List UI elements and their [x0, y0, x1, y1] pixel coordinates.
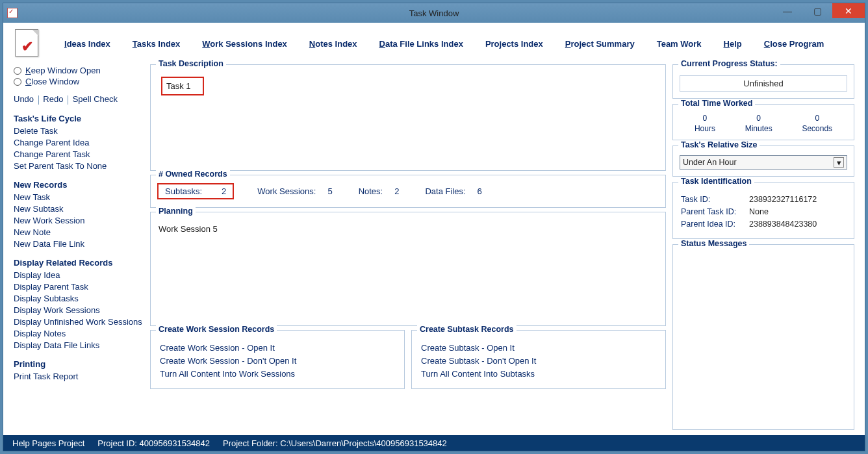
display-parent-task-link[interactable]: Display Parent Task [14, 282, 144, 292]
new-subtask-link[interactable]: New Subtask [14, 204, 144, 214]
ws-value: 5 [327, 186, 332, 196]
close-button[interactable]: ✕ [832, 3, 865, 18]
create-ws-open-link[interactable]: Create Work Session - Open It [160, 343, 395, 353]
data-files-count: Data Files: 6 [425, 186, 481, 196]
nav-data-file-links-index[interactable]: Data File Links Index [379, 39, 463, 49]
app-icon [7, 8, 18, 18]
new-data-file-link[interactable]: New Data File Link [14, 239, 144, 249]
create-subtask-legend: Create Subtask Records [417, 325, 517, 334]
print-task-report-link[interactable]: Print Task Report [14, 372, 144, 381]
nav-close-program[interactable]: Close Program [764, 39, 824, 49]
new-work-session-link[interactable]: New Work Session [14, 216, 144, 225]
display-data-file-links-link[interactable]: Display Data File Links [14, 340, 144, 350]
subtasks-count[interactable]: Subtasks: 2 [157, 183, 234, 199]
task-identification-group: Task Identification Task ID:238932327116… [672, 182, 854, 239]
nav-help[interactable]: Help [724, 39, 742, 49]
parent-task-id-value: None [749, 207, 769, 216]
seconds-value: 0 [802, 114, 832, 123]
new-task-link[interactable]: New Task [14, 192, 144, 202]
planning-group: Planning Work Session 5 [150, 212, 666, 326]
task-id-label: Task ID: [681, 195, 743, 204]
window-frame: Task Window — ▢ ✕ ✔ Ideas Index Tasks In… [3, 3, 865, 451]
divider-icon [38, 95, 39, 105]
nav-ideas-index[interactable]: Ideas Index [64, 39, 110, 49]
create-work-session-group: Create Work Session Records Create Work … [150, 330, 405, 389]
title-bar[interactable]: Task Window — ▢ ✕ [3, 3, 865, 23]
minutes-value: 0 [745, 114, 772, 123]
radio-icon [14, 67, 21, 75]
progress-status-legend: Current Progress Status: [678, 59, 780, 68]
display-unfinished-ws-link[interactable]: Display Unfinished Work Sessions [14, 317, 144, 327]
display-notes-link[interactable]: Display Notes [14, 329, 144, 338]
create-ws-legend: Create Work Session Records [156, 325, 277, 334]
content-area: ✔ Ideas Index Tasks Index Work Sessions … [3, 23, 865, 435]
nav-project-summary[interactable]: Project Summary [565, 39, 635, 49]
create-ws-noop-link[interactable]: Create Work Session - Don't Open It [160, 356, 395, 366]
planning-legend: Planning [156, 207, 196, 216]
create-subtask-noop-link[interactable]: Create Subtask - Don't Open It [421, 356, 656, 366]
subtasks-label: Subtasks: [165, 186, 202, 196]
parent-idea-id-value: 238893848423380 [749, 220, 817, 229]
parent-idea-id-label: Parent Idea ID: [681, 220, 743, 229]
delete-task-link[interactable]: Delete Task [14, 126, 144, 136]
create-subtask-open-link[interactable]: Create Subtask - Open It [421, 343, 656, 353]
radio-icon [14, 78, 21, 86]
display-idea-link[interactable]: Display Idea [14, 270, 144, 280]
display-work-sessions-link[interactable]: Display Work Sessions [14, 305, 144, 315]
task-description-field[interactable]: Task 1 [161, 77, 204, 95]
hours-value: 0 [695, 114, 715, 123]
center-panel: Task Description Task 1 # Owned Records … [150, 64, 666, 430]
status-messages-legend: Status Messages [678, 239, 749, 248]
planning-field[interactable]: Work Session 5 [157, 221, 659, 236]
top-navigation: ✔ Ideas Index Tasks Index Work Sessions … [3, 23, 865, 64]
minimize-button[interactable]: — [772, 3, 802, 18]
relative-size-select[interactable]: Under An Hour ▾ [680, 155, 847, 170]
hours-label: Hours [695, 124, 715, 133]
turn-into-subtasks-link[interactable]: Turn All Content Into Subtasks [421, 369, 656, 379]
undo-link[interactable]: Undo [14, 94, 34, 104]
owned-records-legend: # Owned Records [156, 170, 230, 179]
nav-notes-index[interactable]: Notes Index [309, 39, 357, 49]
life-cycle-heading: Task's Life Cycle [14, 114, 144, 123]
relative-size-value: Under An Hour [683, 158, 737, 167]
left-panel: Keep Window Open Close Window Undo Redo … [14, 64, 144, 430]
nav-team-work[interactable]: Team Work [657, 39, 702, 49]
minutes-label: Minutes [745, 124, 772, 133]
seconds-label: Seconds [802, 124, 832, 133]
task-id-value: 238932327116172 [749, 195, 817, 204]
subtasks-value: 2 [222, 186, 226, 196]
create-subtask-group: Create Subtask Records Create Subtask - … [411, 330, 666, 389]
spell-check-link[interactable]: Spell Check [73, 94, 118, 104]
change-parent-task-link[interactable]: Change Parent Task [14, 149, 144, 159]
task-description-legend: Task Description [156, 59, 226, 68]
new-note-link[interactable]: New Note [14, 227, 144, 237]
change-parent-idea-link[interactable]: Change Parent Idea [14, 138, 144, 147]
set-parent-none-link[interactable]: Set Parent Task To None [14, 161, 144, 171]
display-subtasks-link[interactable]: Display Subtasks [14, 294, 144, 303]
nav-work-sessions-index[interactable]: Work Sessions Index [202, 39, 287, 49]
nav-projects-index[interactable]: Projects Index [485, 39, 543, 49]
status-help-project[interactable]: Help Pages Project [12, 438, 84, 448]
chevron-down-icon: ▾ [834, 157, 844, 168]
maximize-button[interactable]: ▢ [802, 3, 832, 18]
close-window-radio[interactable]: Close Window [14, 77, 144, 86]
keep-window-open-radio[interactable]: Keep Window Open [14, 66, 144, 75]
turn-into-ws-link[interactable]: Turn All Content Into Work Sessions [160, 369, 395, 379]
right-panel: Current Progress Status: Unfinished Tota… [672, 64, 854, 430]
task-ident-legend: Task Identification [678, 177, 754, 186]
nav-tasks-index[interactable]: Tasks Index [133, 39, 180, 49]
divider-icon [68, 95, 68, 105]
new-records-heading: New Records [14, 180, 144, 190]
app-logo-icon: ✔ [15, 29, 41, 58]
status-project-folder: Project Folder: C:\Users\Darren\Projects… [223, 438, 447, 448]
display-related-heading: Display Related Records [14, 258, 144, 268]
owned-records-group: # Owned Records Subtasks: 2 Work Session… [150, 175, 666, 208]
status-bar: Help Pages Project Project ID: 400956931… [3, 435, 865, 451]
relative-size-group: Task's Relative Size Under An Hour ▾ [672, 145, 854, 177]
redo-link[interactable]: Redo [43, 94, 63, 104]
time-worked-legend: Total Time Worked [678, 99, 755, 108]
window-title: Task Window [3, 8, 865, 18]
status-project-id: Project ID: 400956931534842 [97, 438, 210, 448]
notes-label: Notes: [359, 186, 383, 196]
progress-status-group: Current Progress Status: Unfinished [672, 64, 854, 99]
